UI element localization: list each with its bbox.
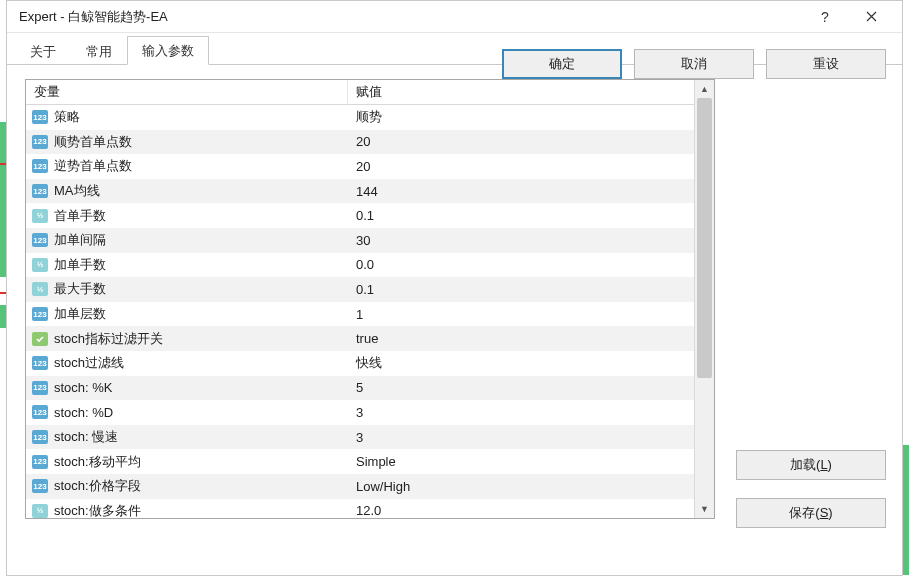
scroll-down-icon[interactable]: ▼ bbox=[695, 500, 714, 518]
scroll-track[interactable] bbox=[695, 98, 714, 500]
cell-variable: ½加单手数 bbox=[26, 253, 348, 278]
variable-name: 顺势首单点数 bbox=[54, 133, 132, 151]
variable-name: stoch: %K bbox=[54, 380, 113, 395]
cell-value[interactable]: true bbox=[348, 326, 694, 351]
int-type-icon: 123 bbox=[32, 356, 48, 370]
variable-name: stoch:移动平均 bbox=[54, 453, 141, 471]
table-row[interactable]: 123逆势首单点数20 bbox=[26, 154, 694, 179]
cell-value[interactable]: 3 bbox=[348, 400, 694, 425]
int-type-icon: 123 bbox=[32, 307, 48, 321]
dbl-type-icon: ½ bbox=[32, 504, 48, 518]
vertical-scrollbar[interactable]: ▲ ▼ bbox=[694, 80, 714, 518]
scroll-up-icon[interactable]: ▲ bbox=[695, 80, 714, 98]
table-row[interactable]: ½首单手数0.1 bbox=[26, 203, 694, 228]
cell-value[interactable]: 顺势 bbox=[348, 105, 694, 130]
col-header-variable[interactable]: 变量 bbox=[26, 80, 348, 104]
variable-name: stoch: %D bbox=[54, 405, 113, 420]
variable-name: 策略 bbox=[54, 108, 80, 126]
load-button[interactable]: 加载(L) bbox=[736, 450, 886, 480]
save-button[interactable]: 保存(S) bbox=[736, 498, 886, 528]
side-buttons: 加载(L) 保存(S) bbox=[736, 450, 886, 528]
table-row[interactable]: stoch指标过滤开关true bbox=[26, 326, 694, 351]
load-button-label: 加载(L) bbox=[790, 456, 832, 474]
cell-variable: ½stoch:做多条件 bbox=[26, 499, 348, 519]
variable-name: stoch:做多条件 bbox=[54, 502, 141, 518]
cell-variable: 123stoch: %D bbox=[26, 400, 348, 425]
close-icon bbox=[866, 11, 877, 22]
dbl-type-icon: ½ bbox=[32, 258, 48, 272]
int-type-icon: 123 bbox=[32, 159, 48, 173]
int-type-icon: 123 bbox=[32, 405, 48, 419]
col-header-value[interactable]: 赋值 bbox=[348, 80, 694, 104]
close-button[interactable] bbox=[848, 1, 894, 33]
cell-variable: 123stoch: %K bbox=[26, 376, 348, 401]
cell-variable: 123stoch: 慢速 bbox=[26, 425, 348, 450]
variable-name: stoch指标过滤开关 bbox=[54, 330, 163, 348]
table-row[interactable]: 123加单间隔30 bbox=[26, 228, 694, 253]
cell-value[interactable]: 0.1 bbox=[348, 277, 694, 302]
cancel-button[interactable]: 取消 bbox=[634, 49, 754, 79]
cell-variable: 123顺势首单点数 bbox=[26, 130, 348, 155]
table-row[interactable]: 123stoch:移动平均Simple bbox=[26, 449, 694, 474]
cell-value[interactable]: 30 bbox=[348, 228, 694, 253]
cell-value[interactable]: 12.0 bbox=[348, 499, 694, 519]
cell-value[interactable]: 5 bbox=[348, 376, 694, 401]
table-row[interactable]: 123加单层数1 bbox=[26, 302, 694, 327]
cell-value[interactable]: Low/High bbox=[348, 474, 694, 499]
reset-button[interactable]: 重设 bbox=[766, 49, 886, 79]
cell-value[interactable]: Simple bbox=[348, 449, 694, 474]
cell-variable: 123逆势首单点数 bbox=[26, 154, 348, 179]
int-type-icon: 123 bbox=[32, 479, 48, 493]
expert-properties-dialog: Expert - 白鲸智能趋势-EA ? 关于 常用 输入参数 变量 赋值 12… bbox=[6, 0, 903, 576]
cell-value[interactable]: 20 bbox=[348, 130, 694, 155]
cell-variable: 123MA均线 bbox=[26, 179, 348, 204]
variable-name: stoch: 慢速 bbox=[54, 428, 118, 446]
cell-value[interactable]: 快线 bbox=[348, 351, 694, 376]
cell-variable: stoch指标过滤开关 bbox=[26, 326, 348, 351]
variable-name: 逆势首单点数 bbox=[54, 157, 132, 175]
table-row[interactable]: 123stoch: %D3 bbox=[26, 400, 694, 425]
table-row[interactable]: 123stoch: 慢速3 bbox=[26, 425, 694, 450]
table-row[interactable]: 123策略顺势 bbox=[26, 105, 694, 130]
cell-value[interactable]: 144 bbox=[348, 179, 694, 204]
cell-variable: 123加单层数 bbox=[26, 302, 348, 327]
variable-name: stoch:价格字段 bbox=[54, 477, 141, 495]
cell-variable: 123策略 bbox=[26, 105, 348, 130]
variable-name: 加单间隔 bbox=[54, 231, 106, 249]
variable-name: MA均线 bbox=[54, 182, 100, 200]
table-row[interactable]: 123顺势首单点数20 bbox=[26, 130, 694, 155]
variable-name: stoch过滤线 bbox=[54, 354, 124, 372]
inputs-table: 变量 赋值 123策略顺势123顺势首单点数20123逆势首单点数20123MA… bbox=[25, 79, 715, 519]
int-type-icon: 123 bbox=[32, 110, 48, 124]
table-row[interactable]: ½加单手数0.0 bbox=[26, 253, 694, 278]
tab-about[interactable]: 关于 bbox=[15, 37, 71, 65]
ok-button[interactable]: 确定 bbox=[502, 49, 622, 79]
cell-value[interactable]: 0.0 bbox=[348, 253, 694, 278]
cell-variable: 123stoch:价格字段 bbox=[26, 474, 348, 499]
table-header: 变量 赋值 bbox=[26, 80, 694, 105]
table-row[interactable]: ½最大手数0.1 bbox=[26, 277, 694, 302]
int-type-icon: 123 bbox=[32, 135, 48, 149]
cell-variable: 123stoch过滤线 bbox=[26, 351, 348, 376]
cell-value[interactable]: 3 bbox=[348, 425, 694, 450]
tab-content: 变量 赋值 123策略顺势123顺势首单点数20123逆势首单点数20123MA… bbox=[7, 65, 902, 89]
int-type-icon: 123 bbox=[32, 184, 48, 198]
help-button[interactable]: ? bbox=[802, 1, 848, 33]
cell-value[interactable]: 20 bbox=[348, 154, 694, 179]
table-row[interactable]: 123stoch过滤线快线 bbox=[26, 351, 694, 376]
table-row[interactable]: 123MA均线144 bbox=[26, 179, 694, 204]
table-row[interactable]: ½stoch:做多条件12.0 bbox=[26, 499, 694, 519]
dbl-type-icon: ½ bbox=[32, 209, 48, 223]
cell-variable: 123加单间隔 bbox=[26, 228, 348, 253]
tab-common[interactable]: 常用 bbox=[71, 37, 127, 65]
table-row[interactable]: 123stoch:价格字段Low/High bbox=[26, 474, 694, 499]
cell-value[interactable]: 1 bbox=[348, 302, 694, 327]
int-type-icon: 123 bbox=[32, 233, 48, 247]
cell-variable: ½首单手数 bbox=[26, 203, 348, 228]
scroll-thumb[interactable] bbox=[697, 98, 712, 378]
table-row[interactable]: 123stoch: %K5 bbox=[26, 376, 694, 401]
cell-variable: ½最大手数 bbox=[26, 277, 348, 302]
variable-name: 最大手数 bbox=[54, 280, 106, 298]
tab-inputs[interactable]: 输入参数 bbox=[127, 36, 209, 65]
cell-value[interactable]: 0.1 bbox=[348, 203, 694, 228]
